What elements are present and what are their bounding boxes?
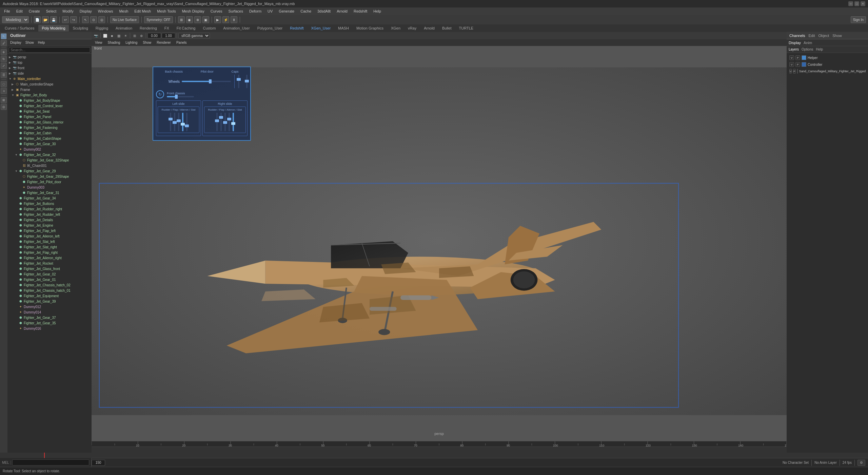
controller-vis-btn[interactable]: V [789, 62, 794, 67]
tab-vray[interactable]: vRay [405, 25, 420, 32]
snap-to-view-btn[interactable]: ▣ [202, 16, 209, 23]
anim-subtab[interactable]: Anim [804, 41, 812, 45]
new-file-btn[interactable]: 📄 [34, 16, 41, 23]
tree-item-item6[interactable]: ▶⬡Main_controllerShape [7, 81, 92, 87]
tree-item-item34[interactable]: ⬢Fighter_Jet_Aileron_left [7, 233, 92, 239]
tree-item-item11[interactable]: ⬢Fighter_Jet_Seat [7, 109, 92, 114]
tree-item-item50[interactable]: ⬢Fighter_Jet_Gear_35 [7, 320, 92, 326]
vp-fov-input[interactable] [147, 33, 161, 38]
tree-item-item49[interactable]: ⬢Fighter_Jet_Gear_37 [7, 315, 92, 320]
menu-deform[interactable]: Deform [246, 8, 264, 14]
tree-item-item47[interactable]: ✦Dummy012 [7, 304, 92, 309]
tree-item-item19[interactable]: ▼⬢Fighter_Jet_Gear_32 [7, 152, 92, 157]
tree-item-item25[interactable]: ✦Dummy003 [7, 185, 92, 190]
menu-curves[interactable]: Curves [208, 8, 225, 14]
range-end-input[interactable] [92, 460, 105, 466]
tree-item-item1[interactable]: ▶📷persp [7, 54, 92, 60]
menu-mesh[interactable]: Mesh [116, 8, 131, 14]
controller-render-btn[interactable]: P [795, 62, 800, 67]
tree-item-item36[interactable]: ⬢Fighter_Jet_Slat_right [7, 244, 92, 250]
tree-item-item39[interactable]: ⬢Fighter_Jet_Rocket [7, 261, 92, 266]
tree-item-item7[interactable]: ▶▣Frame [7, 87, 92, 92]
tree-item-item16[interactable]: ⬢Fighter_Jet_CabinShape [7, 136, 92, 141]
tree-item-item26[interactable]: ⬢Fighter_Jet_Gear_31 [7, 190, 92, 195]
menu-edit[interactable]: Edit [14, 8, 25, 14]
tree-item-item5[interactable]: ▼⊕Main_controller [7, 76, 92, 81]
no-live-surface-btn[interactable]: No Live Surface [110, 16, 139, 23]
vp-show-menu[interactable]: Show [141, 40, 153, 45]
tab-turtle[interactable]: TURTLE [456, 25, 477, 32]
maximize-button[interactable]: □ [854, 1, 859, 6]
cp-wheels-slider[interactable] [182, 81, 231, 82]
vp-view-menu[interactable]: View [93, 40, 104, 45]
vp-colorspace-select[interactable]: sRGB gamma [178, 33, 210, 38]
tree-item-item21[interactable]: ⛓IK_Chain001 [7, 163, 92, 168]
vp-wireframe-btn[interactable]: ⬜ [102, 33, 108, 39]
menu-redshift[interactable]: Redshift [351, 8, 370, 14]
snap-to-point-btn[interactable]: ⊕ [194, 16, 201, 23]
tree-item-item8[interactable]: ▼▣Fighter_Jet_Body [7, 92, 92, 98]
mel-input[interactable] [12, 459, 89, 466]
select-tool-btn[interactable]: ↖ [82, 16, 89, 23]
timeline-track[interactable] [0, 447, 868, 458]
tree-item-item29[interactable]: ⬢Fighter_Jet_Rudder_right [7, 206, 92, 212]
menu-mesh-display[interactable]: Mesh Display [179, 8, 207, 14]
tree-item-item43[interactable]: ⬢Fighter_Jet_Chassis_hatch_02 [7, 282, 92, 288]
tab-rendering[interactable]: Rendering [136, 25, 160, 32]
rotate-palette-btn[interactable]: ↻ [1, 56, 7, 62]
show-tab[interactable]: Show [832, 34, 842, 38]
tree-item-item12[interactable]: ⬢Fighter_Jet_Panel [7, 114, 92, 119]
outliner-help-menu[interactable]: Help [37, 40, 46, 45]
tree-item-item32[interactable]: ⬢Fighter_Jet_Engine [7, 223, 92, 228]
tree-item-item27[interactable]: ⬢Fighter_Jet_Gear_34 [7, 195, 92, 201]
tree-item-item10[interactable]: ⬢Fighter_Jet_Control_lever [7, 103, 92, 109]
soft-select-btn[interactable]: ◌ [1, 81, 7, 87]
search-input[interactable] [9, 47, 90, 53]
menu-surfaces[interactable]: Surfaces [226, 8, 246, 14]
tree-item-item24[interactable]: ⬢Fighter_Jet_Pilot_door [7, 179, 92, 185]
vp-shading-menu[interactable]: Shading [106, 40, 122, 45]
menu-modify[interactable]: Modify [60, 8, 76, 14]
tab-animation_user[interactable]: Animation_User [220, 25, 253, 32]
tab-curves-surfaces[interactable]: Curves / Surfaces [1, 25, 38, 32]
ipr-btn[interactable]: ⚡ [222, 16, 229, 23]
mode-selector[interactable]: Modeling [2, 16, 29, 23]
tree-item-item18[interactable]: ✦Dummy002 [7, 147, 92, 152]
tab-arnold[interactable]: Arnold [420, 25, 438, 32]
menu-arnold[interactable]: Arnold [334, 8, 350, 14]
outliner-show-menu[interactable]: Show [24, 40, 35, 45]
tree-item-item38[interactable]: ⬢Fighter_Jet_Aileron_right [7, 255, 92, 261]
move-palette-btn[interactable]: ✛ [1, 49, 7, 55]
tree-item-item22[interactable]: ▼⬢Fighter_Jet_Gear_29 [7, 168, 92, 174]
vp-snap-btn[interactable]: ⊕ [138, 33, 144, 39]
menu-create[interactable]: Create [26, 8, 43, 14]
tree-item-item13[interactable]: ⬢Fighter_Jet_Glass_interior [7, 119, 92, 125]
lasso-tool-btn[interactable]: ⊙ [90, 16, 97, 23]
menu-edit-mesh[interactable]: Edit Mesh [132, 8, 154, 14]
channels-tab[interactable]: Channels [789, 34, 805, 38]
symmetry-btn[interactable]: Symmetry: OFF [144, 16, 173, 23]
vp-grid-btn[interactable]: ⊞ [132, 33, 138, 39]
tab-polygons_user[interactable]: Polygons_User [254, 25, 286, 32]
vp-textured-btn[interactable]: ▦ [116, 33, 122, 39]
options-subtab[interactable]: Options [802, 48, 813, 51]
pause-btn[interactable]: ⏸ [231, 16, 237, 23]
snap-to-grid-btn[interactable]: ⊞ [178, 16, 185, 23]
tree-item-item28[interactable]: ⬢Fighter_Jet_Buttons [7, 201, 92, 206]
edit-tab[interactable]: Edit [808, 34, 815, 38]
tree-item-item41[interactable]: ⬢Fighter_Jet_Gear_02 [7, 271, 92, 277]
lasso-palette-btn[interactable]: ⌾ [1, 88, 7, 94]
menu-help[interactable]: Help [371, 8, 384, 14]
vp-camera-btn[interactable]: 📷 [93, 33, 99, 39]
cp-front-chassis-slider[interactable] [167, 96, 194, 97]
menu-mesh-tools[interactable]: Mesh Tools [154, 8, 178, 14]
display-subtab[interactable]: Display [789, 41, 801, 45]
tree-item-item17[interactable]: ⬢Fighter_Jet_Gear_30 [7, 141, 92, 147]
menu-file[interactable]: File [1, 8, 13, 14]
tab-poly-modeling[interactable]: Poly Modeling [38, 25, 68, 32]
tree-item-item45[interactable]: ⬢Fighter_Jet_Equipment [7, 293, 92, 299]
tree-item-item40[interactable]: ⬢Fighter_Jet_Glass_front [7, 266, 92, 271]
vp-shaded-btn[interactable]: ■ [109, 33, 115, 39]
tab-sculpting[interactable]: Sculpting [70, 25, 92, 32]
tree-item-item48[interactable]: ✦Dummy014 [7, 309, 92, 315]
